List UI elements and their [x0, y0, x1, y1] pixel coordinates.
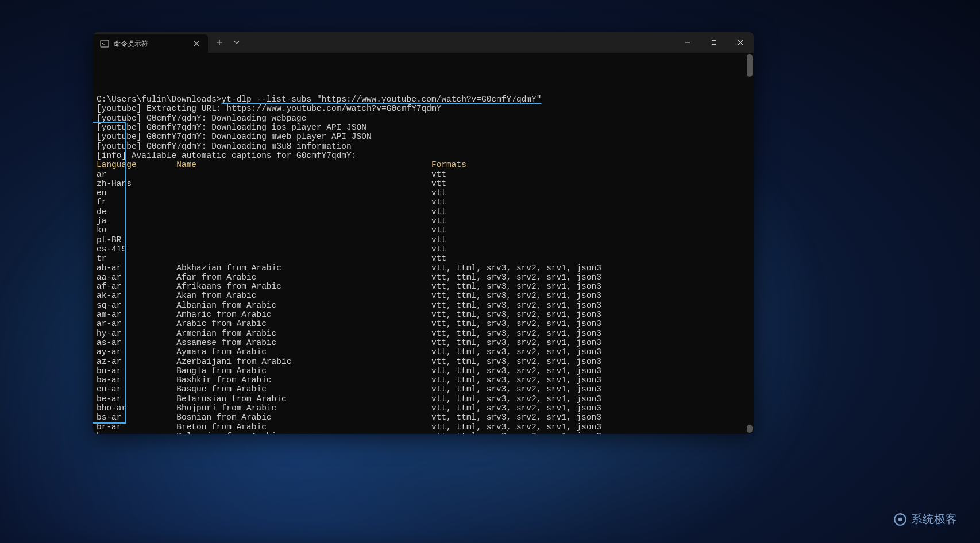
caption-row: af-ar Afrikaans from Arabic vtt, ttml, s…: [97, 282, 754, 291]
watermark: 系统极客: [893, 511, 957, 527]
caption-row: tr vtt: [97, 254, 754, 263]
caption-row: aa-ar Afar from Arabic vtt, ttml, srv3, …: [97, 273, 754, 282]
svg-rect-0: [101, 40, 109, 47]
minimize-button[interactable]: [674, 32, 701, 53]
caption-row: br-ar Breton from Arabic vtt, ttml, srv3…: [97, 422, 754, 432]
svg-rect-1: [712, 41, 716, 45]
tab-close-button[interactable]: [192, 39, 201, 48]
caption-row: be-ar Belarusian from Arabic vtt, ttml, …: [97, 394, 754, 404]
caption-row: ko vtt: [97, 226, 754, 235]
log-line: [youtube] Extracting URL: https://www.yo…: [97, 104, 754, 113]
caption-row: bs-ar Bosnian from Arabic vtt, ttml, srv…: [97, 413, 754, 422]
terminal-output[interactable]: C:\Users\fulin\Downloads>yt-dlp --list-s…: [93, 53, 754, 434]
scrollbar-down[interactable]: [747, 425, 753, 433]
caption-row: bho-ar Bhojpuri from Arabic vtt, ttml, s…: [97, 404, 754, 413]
new-tab-button[interactable]: [211, 34, 227, 51]
col-name: Name: [176, 160, 431, 169]
prompt: C:\Users\fulin\Downloads>: [97, 95, 222, 104]
tab-cmd[interactable]: 命令提示符: [93, 34, 208, 53]
caption-row: pt-BR vtt: [97, 235, 754, 245]
col-language: Language: [97, 160, 176, 169]
caption-row: am-ar Amharic from Arabic vtt, ttml, srv…: [97, 310, 754, 319]
watermark-text: 系统极客: [911, 511, 957, 527]
log-line: [youtube] G0cmfY7qdmY: Downloading webpa…: [97, 114, 754, 123]
caption-header-row: Language Name Formats: [97, 160, 754, 169]
caption-row: ab-ar Abkhazian from Arabic vtt, ttml, s…: [97, 263, 754, 273]
maximize-button[interactable]: [701, 32, 727, 53]
caption-row: sq-ar Albanian from Arabic vtt, ttml, sr…: [97, 301, 754, 310]
caption-row: bg-ar Bulgarian from Arabic vtt, ttml, s…: [97, 432, 754, 434]
col-formats: Formats: [431, 160, 466, 169]
titlebar[interactable]: 命令提示符: [93, 32, 754, 53]
caption-row: ba-ar Bashkir from Arabic vtt, ttml, srv…: [97, 375, 754, 385]
cmd-icon: [100, 39, 109, 48]
caption-row: ak-ar Akan from Arabic vtt, ttml, srv3, …: [97, 291, 754, 300]
command-url: "https://www.youtube.com/watch?v=G0cmfY7…: [317, 95, 542, 104]
command-text: yt-dlp --list-subs: [222, 95, 317, 104]
tab-actions: [208, 32, 248, 53]
caption-row: ja vtt: [97, 216, 754, 226]
scrollbar-thumb[interactable]: [747, 54, 753, 77]
caption-row: zh-Hans vtt: [97, 179, 754, 188]
window-controls: [674, 32, 754, 53]
caption-row: es-419 vtt: [97, 245, 754, 254]
log-line: [info] Available automatic captions for …: [97, 151, 754, 160]
caption-row: ar-ar Arabic from Arabic vtt, ttml, srv3…: [97, 319, 754, 328]
caption-row: bn-ar Bangla from Arabic vtt, ttml, srv3…: [97, 366, 754, 375]
caption-row: fr vtt: [97, 197, 754, 207]
log-line: [youtube] G0cmfY7qdmY: Downloading ios p…: [97, 123, 754, 132]
prompt-line: C:\Users\fulin\Downloads>yt-dlp --list-s…: [97, 95, 754, 104]
terminal-window: 命令提示符 C:\Users\ful: [93, 32, 754, 434]
caption-row: as-ar Assamese from Arabic vtt, ttml, sr…: [97, 338, 754, 347]
caption-row: de vtt: [97, 207, 754, 216]
caption-row: az-ar Azerbaijani from Arabic vtt, ttml,…: [97, 357, 754, 366]
svg-point-3: [898, 517, 902, 521]
tab-title: 命令提示符: [114, 39, 187, 49]
caption-row: en vtt: [97, 188, 754, 197]
caption-row: ay-ar Aymara from Arabic vtt, ttml, srv3…: [97, 347, 754, 356]
caption-row: hy-ar Armenian from Arabic vtt, ttml, sr…: [97, 329, 754, 338]
log-line: [youtube] G0cmfY7qdmY: Downloading mweb …: [97, 132, 754, 141]
caption-row: ar vtt: [97, 170, 754, 179]
watermark-icon: [893, 512, 908, 527]
close-button[interactable]: [727, 32, 754, 53]
tab-dropdown-button[interactable]: [229, 34, 245, 51]
caption-row: eu-ar Basque from Arabic vtt, ttml, srv3…: [97, 385, 754, 394]
log-line: [youtube] G0cmfY7qdmY: Downloading m3u8 …: [97, 142, 754, 151]
